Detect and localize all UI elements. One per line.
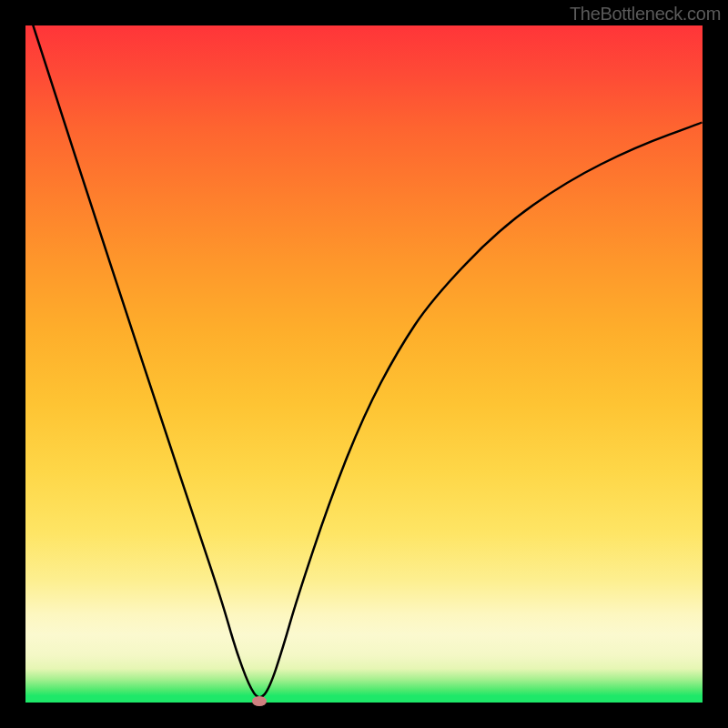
optimal-marker bbox=[252, 696, 267, 706]
curve-path bbox=[25, 25, 703, 697]
attribution-label: TheBottleneck.com bbox=[570, 4, 721, 25]
bottleneck-curve bbox=[25, 25, 703, 703]
chart-frame: TheBottleneck.com bbox=[0, 0, 728, 728]
plot-area bbox=[25, 25, 703, 703]
